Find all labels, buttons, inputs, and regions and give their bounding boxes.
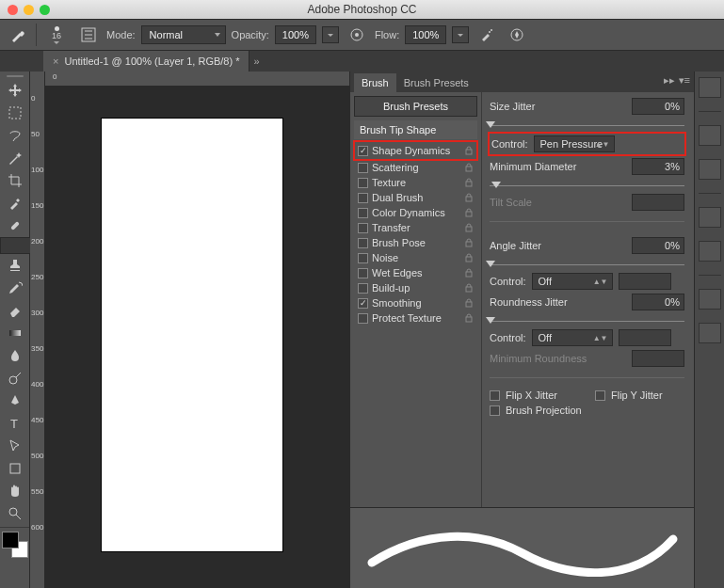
close-tab-icon[interactable]: × [53,56,58,67]
flip-x-checkbox[interactable] [490,390,500,401]
panel-collapse-icon[interactable]: ▸▸ [664,74,675,87]
dodge-tool[interactable] [0,367,29,389]
lock-icon[interactable] [464,223,474,232]
close-window-button[interactable] [8,5,18,15]
hand-tool[interactable] [0,480,29,502]
tab-brush[interactable]: Brush [354,73,396,92]
dock-tab-7[interactable] [699,323,721,343]
angle-jitter-slider[interactable] [490,258,684,267]
dock-tab-4[interactable] [699,207,721,228]
checkbox[interactable] [358,253,368,263]
brush-option-wet-edges[interactable]: Wet Edges [354,265,477,280]
stamp-tool[interactable] [0,254,29,277]
crop-tool[interactable] [0,169,29,192]
tab-brush-presets[interactable]: Brush Presets [396,73,476,92]
pressure-opacity-icon[interactable] [345,23,369,47]
airbrush-icon[interactable] [475,23,499,47]
checkbox[interactable] [358,298,368,309]
gradient-tool[interactable] [0,322,29,344]
checkbox[interactable] [358,146,368,156]
min-diameter-value[interactable]: 3% [632,158,684,175]
lock-icon[interactable] [464,238,474,247]
size-control-select[interactable]: Pen Pressure▲▼ [534,135,615,152]
dock-tab-6[interactable] [699,289,721,310]
type-tool[interactable]: T [0,412,29,435]
opacity-field[interactable]: 100% [275,25,316,44]
pen-tool[interactable] [0,389,29,412]
brush-option-transfer[interactable]: Transfer [354,220,477,235]
zoom-tool[interactable] [0,502,29,525]
brush-option-dual-brush[interactable]: Dual Brush [354,190,477,205]
fg-bg-colors[interactable] [2,532,28,558]
min-diameter-slider[interactable] [490,179,684,188]
pressure-size-icon[interactable] [505,23,529,47]
blend-mode-select[interactable]: Normal [141,25,226,44]
dock-tab-3[interactable] [699,159,721,180]
lasso-tool[interactable] [0,124,29,147]
lock-icon[interactable] [464,146,474,155]
lock-icon[interactable] [464,193,474,202]
checkbox[interactable] [358,223,368,233]
brush-option-shape-dynamics[interactable]: Shape Dynamics [354,141,477,160]
checkbox[interactable] [358,163,368,173]
lock-icon[interactable] [464,253,474,262]
brush-option-texture[interactable]: Texture [354,175,477,190]
roundness-jitter-slider[interactable] [490,314,684,324]
eraser-tool[interactable] [0,299,29,322]
checkbox[interactable] [358,193,368,203]
history-brush-tool[interactable] [0,277,29,299]
healing-tool[interactable] [0,215,29,237]
lock-icon[interactable] [464,283,474,293]
size-jitter-slider[interactable] [490,119,684,128]
lock-icon[interactable] [464,163,474,172]
path-select-tool[interactable] [0,435,29,457]
move-tool[interactable] [0,79,29,102]
brush-option-color-dynamics[interactable]: Color Dynamics [354,205,477,220]
minimize-window-button[interactable] [24,5,34,15]
checkbox[interactable] [358,178,368,188]
brush-option-scattering[interactable]: Scattering [354,160,477,175]
shape-tool[interactable] [0,457,29,480]
document-canvas[interactable] [102,119,282,551]
tab-overflow-icon[interactable]: » [253,56,259,67]
current-tool-icon[interactable] [6,23,30,47]
document-tab[interactable]: × Untitled-1 @ 100% (Layer 1, RGB/8) * [43,51,249,72]
brush-option-protect-texture[interactable]: Protect Texture [354,310,477,326]
checkbox[interactable] [358,313,368,324]
checkbox[interactable] [358,238,368,248]
panel-menu-icon[interactable]: ▾≡ [679,74,690,87]
brush-preset-picker[interactable]: 16 [42,21,71,49]
dock-tab-2[interactable] [699,125,721,146]
dock-tab-5[interactable] [699,241,721,262]
flip-y-checkbox[interactable] [595,390,605,401]
brush-tip-shape-row[interactable]: Brush Tip Shape [354,120,477,139]
brush-panel-toggle-icon[interactable] [76,23,101,47]
flow-dropdown-icon[interactable] [452,26,469,43]
opacity-dropdown-icon[interactable] [322,26,339,43]
wand-tool[interactable] [0,147,29,169]
angle-control-select[interactable]: Off▲▼ [532,273,613,290]
size-jitter-value[interactable]: 0% [632,98,684,115]
brush-option-brush-pose[interactable]: Brush Pose [354,235,477,250]
dock-tab-1[interactable] [699,77,721,98]
roundness-control-select[interactable]: Off▲▼ [532,329,613,346]
checkbox[interactable] [358,268,368,278]
checkbox[interactable] [358,208,368,218]
lock-icon[interactable] [464,313,474,323]
checkbox[interactable] [358,283,368,294]
brush-option-noise[interactable]: Noise [354,250,477,265]
blur-tool[interactable] [0,344,29,367]
angle-jitter-value[interactable]: 0% [632,237,684,254]
brush-option-smoothing[interactable]: Smoothing [354,295,477,310]
brush-option-build-up[interactable]: Build-up [354,280,477,295]
flow-field[interactable]: 100% [405,25,446,44]
lock-icon[interactable] [464,298,474,308]
brush-presets-button[interactable]: Brush Presets [354,96,477,117]
brush-projection-checkbox[interactable] [490,405,500,416]
zoom-window-button[interactable] [40,5,50,15]
lock-icon[interactable] [464,178,474,187]
lock-icon[interactable] [464,208,474,217]
eyedropper-tool[interactable] [0,192,29,215]
lock-icon[interactable] [464,268,474,278]
roundness-jitter-value[interactable]: 0% [632,294,684,310]
